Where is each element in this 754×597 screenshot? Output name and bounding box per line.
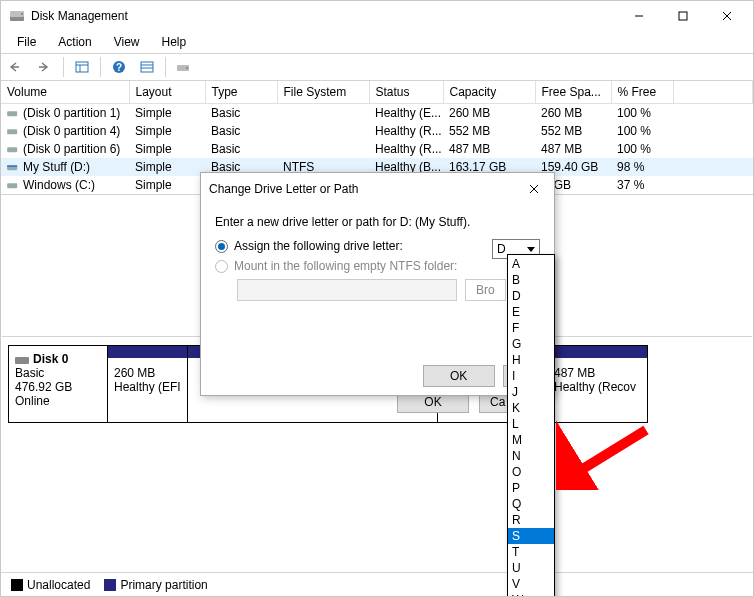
menu-action[interactable]: Action <box>48 33 101 51</box>
change-drive-letter-dialog: Change Drive Letter or Path Enter a new … <box>200 172 555 396</box>
letter-option[interactable]: Q <box>508 496 554 512</box>
disk-icon <box>15 353 29 365</box>
letter-option[interactable]: H <box>508 352 554 368</box>
letter-option[interactable]: P <box>508 480 554 496</box>
window-title: Disk Management <box>31 9 617 23</box>
svg-rect-21 <box>7 166 17 168</box>
letter-option[interactable]: T <box>508 544 554 560</box>
letter-option[interactable]: S <box>508 528 554 544</box>
svg-rect-12 <box>141 62 153 72</box>
dialog-close-button[interactable] <box>522 179 546 199</box>
chevron-down-icon <box>527 247 535 252</box>
menu-help[interactable]: Help <box>152 33 197 51</box>
legend: Unallocated Primary partition <box>1 572 753 596</box>
letter-option[interactable]: V <box>508 576 554 592</box>
svg-point-16 <box>186 67 188 69</box>
help-icon[interactable]: ? <box>107 56 131 78</box>
unallocated-swatch <box>11 579 23 591</box>
letter-option[interactable]: K <box>508 400 554 416</box>
mount-folder-label: Mount in the following empty NTFS folder… <box>234 259 457 273</box>
maximize-button[interactable] <box>661 1 705 31</box>
mount-path-input <box>237 279 457 301</box>
svg-rect-17 <box>7 112 17 117</box>
col-pct[interactable]: % Free <box>611 81 673 103</box>
primary-swatch <box>104 579 116 591</box>
menubar: File Action View Help <box>1 31 753 53</box>
letter-option[interactable]: W <box>508 592 554 597</box>
titlebar: Disk Management <box>1 1 753 31</box>
col-filesystem[interactable]: File System <box>277 81 369 103</box>
close-button[interactable] <box>705 1 749 31</box>
letter-option[interactable]: N <box>508 448 554 464</box>
toolbar-list-icon[interactable] <box>135 56 159 78</box>
letter-option[interactable]: G <box>508 336 554 352</box>
col-free[interactable]: Free Spa... <box>535 81 611 103</box>
drive-letter-dropdown[interactable]: ABDEFGHIJKLMNOPQRSTUVWXYZ <box>507 254 555 597</box>
col-status[interactable]: Status <box>369 81 443 103</box>
svg-point-2 <box>21 13 23 15</box>
partition[interactable]: 487 MBHealthy (Recov <box>548 345 648 423</box>
col-layout[interactable]: Layout <box>129 81 205 103</box>
svg-rect-4 <box>679 12 687 20</box>
mount-folder-radio[interactable] <box>215 260 228 273</box>
partition[interactable]: 260 MBHealthy (EFI <box>108 345 188 423</box>
letter-option[interactable]: B <box>508 272 554 288</box>
toolbar: ? <box>1 53 753 81</box>
letter-option[interactable]: F <box>508 320 554 336</box>
letter-option[interactable]: U <box>508 560 554 576</box>
disk-management-window: Disk Management File Action View Help ? … <box>0 0 754 597</box>
svg-text:?: ? <box>116 62 122 73</box>
letter-option[interactable]: J <box>508 384 554 400</box>
svg-rect-22 <box>7 184 17 189</box>
dialog-ok-button[interactable]: OK <box>423 365 495 387</box>
toolbar-view-icon[interactable] <box>70 56 94 78</box>
svg-rect-19 <box>7 148 17 153</box>
letter-option[interactable]: O <box>508 464 554 480</box>
table-row[interactable]: (Disk 0 partition 1)SimpleBasicHealthy (… <box>1 103 753 122</box>
letter-option[interactable]: I <box>508 368 554 384</box>
assign-letter-radio[interactable] <box>215 240 228 253</box>
col-volume[interactable]: Volume <box>1 81 129 103</box>
menu-view[interactable]: View <box>104 33 150 51</box>
letter-option[interactable]: L <box>508 416 554 432</box>
svg-rect-23 <box>15 357 29 364</box>
col-type[interactable]: Type <box>205 81 277 103</box>
letter-option[interactable]: M <box>508 432 554 448</box>
table-header-row: Volume Layout Type File System Status Ca… <box>1 81 753 103</box>
letter-option[interactable]: A <box>508 256 554 272</box>
table-row[interactable]: (Disk 0 partition 4)SimpleBasicHealthy (… <box>1 122 753 140</box>
col-capacity[interactable]: Capacity <box>443 81 535 103</box>
letter-option[interactable]: D <box>508 288 554 304</box>
assign-letter-label: Assign the following drive letter: <box>234 239 403 253</box>
menu-file[interactable]: File <box>7 33 46 51</box>
browse-button: Bro <box>465 279 506 301</box>
table-row[interactable]: (Disk 0 partition 6)SimpleBasicHealthy (… <box>1 140 753 158</box>
svg-rect-7 <box>76 62 88 72</box>
dialog-intro: Enter a new drive letter or path for D: … <box>215 215 540 229</box>
svg-rect-18 <box>7 130 17 135</box>
toolbar-disk-icon[interactable] <box>172 56 196 78</box>
letter-option[interactable]: R <box>508 512 554 528</box>
letter-option[interactable]: E <box>508 304 554 320</box>
forward-button[interactable] <box>33 56 57 78</box>
app-icon <box>9 8 25 24</box>
minimize-button[interactable] <box>617 1 661 31</box>
dialog-title: Change Drive Letter or Path <box>209 182 522 196</box>
back-button[interactable] <box>5 56 29 78</box>
disk-label[interactable]: Disk 0 Basic 476.92 GB Online <box>8 345 108 423</box>
